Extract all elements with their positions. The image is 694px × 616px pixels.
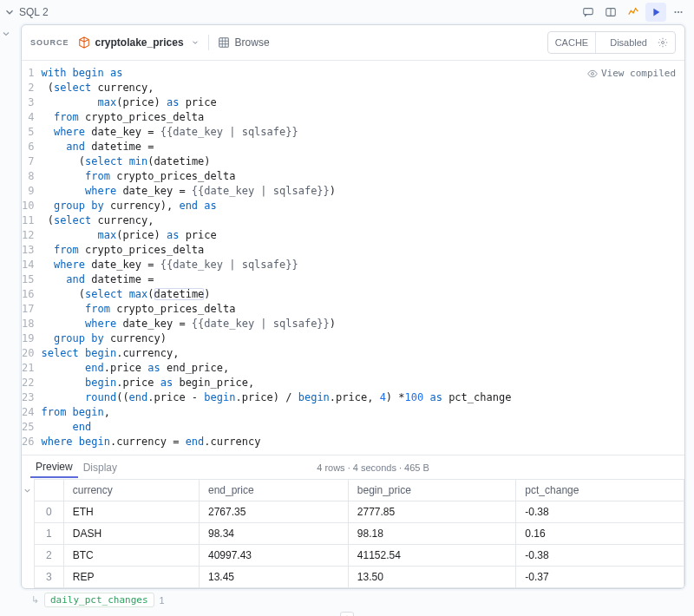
more-button[interactable] [668, 3, 689, 22]
outvar-name: daily_pct_changes [44, 593, 154, 607]
sql-cell-card: SOURCE cryptolake_prices Browse CACHE Di [21, 24, 685, 589]
table-row[interactable]: 3REP13.4513.50-0.37 [34, 567, 684, 588]
tab-preview[interactable]: Preview [30, 457, 78, 478]
browse-label: Browse [235, 36, 270, 49]
table-row[interactable]: 2BTC40997.4341152.54-0.38 [34, 545, 684, 567]
cell-title: SQL 2 [19, 6, 578, 18]
add-cell-bar[interactable]: + [0, 611, 694, 616]
grid-icon [218, 36, 230, 49]
output-variable[interactable]: ↳ daily_pct_changes 1 [12, 589, 694, 611]
comment-button[interactable] [578, 3, 599, 22]
chevron-down-icon [23, 486, 32, 495]
cache-label: CACHE [548, 32, 596, 53]
comment-icon [582, 6, 594, 18]
svg-point-11 [662, 42, 665, 44]
svg-rect-0 [584, 9, 593, 15]
view-compiled-button[interactable]: View compiled [587, 66, 676, 81]
sql-editor[interactable]: View compiled 12345678910111213141516171… [22, 61, 684, 455]
source-row: SOURCE cryptolake_prices Browse CACHE Di [22, 25, 684, 61]
divider [208, 35, 209, 50]
svg-rect-6 [219, 38, 228, 48]
gear-icon [658, 37, 668, 48]
panel-button[interactable] [600, 3, 621, 22]
spark-button[interactable] [623, 3, 644, 22]
result-table: currencyend_pricebegin_pricepct_change0E… [34, 479, 684, 588]
chevron-down-icon [3, 6, 16, 18]
code-area[interactable]: with begin as (select currency, max(pric… [41, 61, 518, 455]
svg-point-3 [674, 11, 676, 13]
cube-icon [78, 36, 90, 49]
source-name: cryptolake_prices [95, 36, 184, 49]
table-header[interactable]: pct_change [516, 480, 684, 501]
svg-point-4 [678, 11, 679, 13]
source-label: SOURCE [30, 38, 69, 47]
arrow-icon: ↳ [31, 594, 39, 606]
outvar-count: 1 [160, 595, 165, 606]
svg-point-5 [680, 11, 682, 13]
layout-icon [605, 6, 617, 18]
cell-header-sql: SQL 2 [0, 0, 694, 24]
svg-point-12 [591, 72, 593, 75]
cache-toggle[interactable]: CACHE Disabled [547, 31, 676, 54]
table-row[interactable]: 1DASH98.3498.180.16 [34, 523, 684, 545]
source-selector[interactable]: cryptolake_prices [78, 36, 200, 49]
play-icon [650, 6, 662, 18]
run-button[interactable] [645, 3, 666, 22]
spark-icon [627, 6, 639, 18]
table-header[interactable] [34, 480, 63, 501]
more-icon [672, 6, 684, 18]
line-gutter: 1234567891011121314151617181920212223242… [22, 61, 41, 455]
collapse-toggle[interactable] [3, 6, 16, 18]
table-header[interactable]: end_price [199, 480, 348, 501]
tab-display[interactable]: Display [78, 458, 122, 477]
browse-button[interactable]: Browse [218, 36, 270, 49]
result-meta: 4 rows · 4 seconds · 465 B [122, 462, 624, 473]
cache-value: Disabled [603, 35, 654, 50]
side-collapse[interactable] [0, 24, 12, 611]
table-header[interactable]: currency [63, 480, 199, 501]
chevron-down-icon [1, 29, 11, 39]
result-collapse[interactable] [22, 479, 34, 588]
table-row[interactable]: 0ETH2767.352777.85-0.38 [34, 501, 684, 523]
result-tabs: Preview Display 4 rows · 4 seconds · 465… [22, 455, 684, 479]
plus-icon: + [340, 612, 354, 616]
table-header[interactable]: begin_price [348, 480, 516, 501]
eye-icon [587, 69, 598, 79]
chevron-down-icon [191, 38, 200, 47]
